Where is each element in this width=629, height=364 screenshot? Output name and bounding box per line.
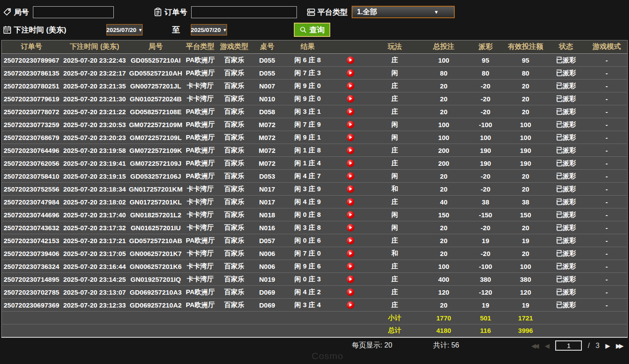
prev-page-icon[interactable]: ◀ xyxy=(545,343,550,349)
cell: 闲 xyxy=(368,221,421,234)
play-video-icon[interactable] xyxy=(347,108,354,116)
cell: 190 xyxy=(505,157,546,170)
cell: D058 xyxy=(252,105,283,118)
cell: 庄 xyxy=(368,144,421,157)
play-video-icon[interactable] xyxy=(347,160,354,167)
cell: 已派彩 xyxy=(546,80,586,92)
search-button-label: 查询 xyxy=(309,25,325,35)
play-video-icon[interactable] xyxy=(347,56,354,64)
cell: GN007257201JL xyxy=(128,80,184,92)
bet-time-label: 下注时间 (美东) xyxy=(14,25,81,35)
cell: 20 xyxy=(505,221,546,234)
play-video-icon[interactable] xyxy=(347,82,354,90)
cell: -20 xyxy=(466,92,505,105)
cell xyxy=(333,80,368,92)
date-to-select[interactable]: 2025/07/20 ▼ xyxy=(191,24,227,36)
play-video-icon[interactable] xyxy=(347,121,354,128)
cell: 250720230758410 xyxy=(2,170,61,183)
cell: 200 xyxy=(421,157,466,170)
play-video-icon[interactable] xyxy=(347,172,354,180)
cell xyxy=(333,234,368,247)
next-page-icon[interactable]: ▶ xyxy=(605,343,610,349)
play-video-icon[interactable] xyxy=(347,237,354,244)
play-video-icon[interactable] xyxy=(347,95,354,103)
round-number-input[interactable] xyxy=(33,6,114,18)
cell xyxy=(128,312,184,324)
cell: 20 xyxy=(421,247,466,260)
play-video-icon[interactable] xyxy=(347,263,354,270)
cell: 20 xyxy=(505,105,546,118)
cell: 闲 9 庄 0 xyxy=(283,80,333,92)
cell: 380 xyxy=(466,273,505,286)
play-video-icon[interactable] xyxy=(347,250,354,257)
play-video-icon[interactable] xyxy=(347,185,354,193)
cell: -20 xyxy=(466,221,505,234)
cell: 250720230773259 xyxy=(2,118,61,131)
cell: 百家乐 xyxy=(217,196,252,208)
table-row: 2507202307802512025-07-20 23:21:35GN0072… xyxy=(2,80,628,92)
cell: 闲 0 庄 8 xyxy=(283,208,333,221)
cell: 已派彩 xyxy=(546,196,586,208)
cell: 100 xyxy=(421,260,466,273)
play-video-icon[interactable] xyxy=(347,147,354,154)
cell: -100 xyxy=(466,118,505,131)
table-row: 2507202307027852025-07-20 23:13:07GD0692… xyxy=(2,286,628,299)
play-video-icon[interactable] xyxy=(347,198,354,206)
cell xyxy=(61,312,128,324)
play-video-icon[interactable] xyxy=(347,224,354,232)
platform-type-select[interactable]: 1.全部 ▼ xyxy=(352,6,455,18)
cell: 和 xyxy=(368,247,421,260)
table-row: 2507202307644962025-07-20 23:19:58GM0722… xyxy=(2,144,628,157)
last-page-icon[interactable]: ▶▶ xyxy=(616,343,624,349)
cell: 250720230780251 xyxy=(2,80,61,92)
cell: - xyxy=(586,131,627,144)
column-header: 有效投注额 xyxy=(505,40,546,54)
current-page-value: 1 xyxy=(567,342,570,349)
cell: 卡卡湾厅 xyxy=(184,260,217,273)
cell: 已派彩 xyxy=(546,54,586,67)
current-page-input[interactable]: 1 xyxy=(555,340,582,351)
play-video-icon[interactable] xyxy=(347,276,354,283)
order-number-input[interactable] xyxy=(191,6,297,18)
cell: 120 xyxy=(421,286,466,299)
cell xyxy=(128,324,184,337)
cell: 80 xyxy=(466,67,505,80)
cell: 250720230778072 xyxy=(2,105,61,118)
cell: 2025-07-20 23:20:53 xyxy=(61,118,128,131)
cell: - xyxy=(586,80,627,92)
column-header: 订单号 xyxy=(2,40,61,54)
per-page-label: 每页显示: 20 xyxy=(352,341,393,350)
play-video-icon[interactable] xyxy=(347,69,354,77)
cell: 卡卡湾厅 xyxy=(184,80,217,92)
cell xyxy=(2,324,61,337)
cell: 2025-07-20 23:17:32 xyxy=(61,221,128,234)
cell: PA欧洲厅 xyxy=(184,118,217,131)
cell: 闲 4 庄 2 xyxy=(283,286,333,299)
play-video-icon[interactable] xyxy=(347,288,354,296)
cell: 百家乐 xyxy=(217,144,252,157)
cell: 100 xyxy=(421,118,466,131)
first-page-icon[interactable]: ◀◀ xyxy=(531,343,539,349)
play-video-icon[interactable] xyxy=(347,301,354,309)
play-video-icon[interactable] xyxy=(347,211,354,219)
play-video-icon[interactable] xyxy=(347,134,354,141)
cell: 2025-07-20 23:14:25 xyxy=(61,273,128,286)
cell: GN0102572024B xyxy=(128,92,184,105)
cell: 闲 4 庄 9 xyxy=(283,196,333,208)
cell: 小计 xyxy=(368,312,421,324)
cell: 20 xyxy=(421,92,466,105)
cell: 庄 xyxy=(368,286,421,299)
cell: 250720230714895 xyxy=(2,273,61,286)
cell: 2025-07-20 23:18:34 xyxy=(61,183,128,196)
cell: 已派彩 xyxy=(546,260,586,273)
cell: -150 xyxy=(466,208,505,221)
cell: GN017257201KM xyxy=(128,183,184,196)
cell: -20 xyxy=(466,105,505,118)
cell: GD0582572108E xyxy=(128,105,184,118)
cell: 庄 xyxy=(368,234,421,247)
cell: 250720230743632 xyxy=(2,221,61,234)
date-from-select[interactable]: 2025/07/20 ▼ xyxy=(106,24,143,36)
cell: 百家乐 xyxy=(217,299,252,312)
search-button[interactable]: 查询 xyxy=(294,23,330,37)
cell: 已派彩 xyxy=(546,67,586,80)
